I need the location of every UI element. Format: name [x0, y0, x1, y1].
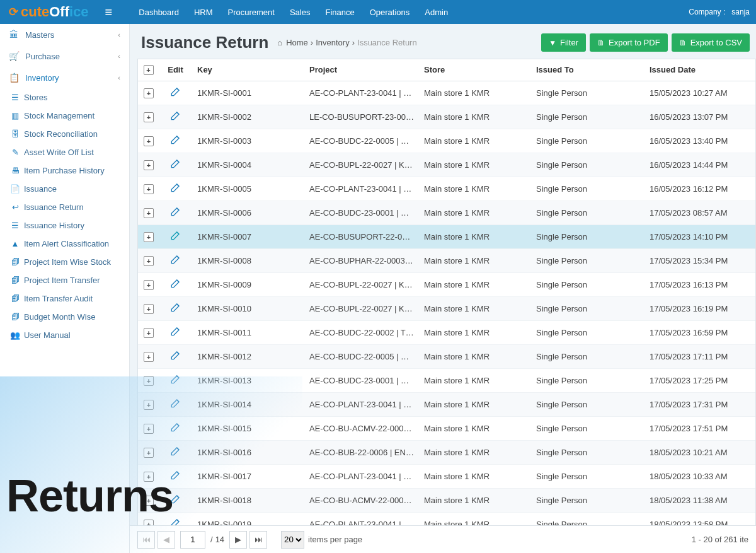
pager-pagesize-select[interactable]: 20 — [281, 531, 304, 549]
table-row[interactable]: +1KMR-SI-0006AE-CO-BUDC-23-0001 | KJM0..… — [138, 201, 755, 225]
filter-button[interactable]: ▼Filter — [541, 33, 586, 52]
row-edit[interactable] — [159, 129, 192, 153]
table-row[interactable]: +1KMR-SI-0017AE-CO-PLANT-23-0041 | RTR..… — [138, 465, 755, 489]
row-expand[interactable]: + — [138, 108, 159, 126]
row-edit[interactable] — [159, 273, 192, 296]
expand-icon[interactable]: + — [144, 184, 154, 194]
table-row[interactable]: +1KMR-SI-0002LE-CO-BUSUPORT-23-0001 ...M… — [138, 105, 755, 129]
edit-icon[interactable] — [169, 351, 182, 364]
expand-icon[interactable]: + — [144, 496, 154, 506]
sidebar-item-stock-management[interactable]: ▥Stock Management — [24, 107, 129, 125]
expand-icon[interactable]: + — [144, 256, 154, 266]
expand-icon[interactable]: + — [144, 472, 154, 482]
row-expand[interactable]: + — [138, 420, 159, 438]
edit-icon[interactable] — [169, 160, 182, 172]
brand-logo[interactable]: ⟳ cuteOffice — [0, 4, 98, 20]
expand-icon[interactable]: + — [144, 112, 154, 122]
row-edit[interactable] — [159, 465, 192, 488]
nav-procurement[interactable]: Procurement — [222, 1, 281, 23]
col-expand[interactable]: + — [138, 59, 159, 81]
table-row[interactable]: +1KMR-SI-0005AE-CO-PLANT-23-0041 | RTR..… — [138, 177, 755, 201]
row-edit[interactable] — [159, 249, 192, 272]
row-expand[interactable]: + — [138, 84, 159, 102]
expand-icon[interactable]: + — [144, 304, 154, 314]
col-store[interactable]: Store — [419, 59, 531, 81]
expand-icon[interactable]: + — [144, 280, 154, 290]
expand-icon[interactable]: + — [144, 208, 154, 218]
edit-icon[interactable] — [169, 447, 182, 460]
sidebar-item-project-item-wise-stock[interactable]: 🗐Project Item Wise Stock — [24, 253, 129, 271]
row-expand[interactable]: + — [138, 276, 159, 294]
expand-icon[interactable]: + — [144, 88, 154, 98]
table-row[interactable]: +1KMR-SI-0012AE-CO-BUDC-22-0005 | PWP0..… — [138, 345, 755, 369]
sidebar-item-stock-reconciliation[interactable]: 🗄Stock Reconciliation — [24, 125, 129, 143]
row-expand[interactable]: + — [138, 252, 159, 270]
sidebar-item-issuance[interactable]: 📄Issuance — [24, 180, 129, 198]
table-row[interactable]: +1KMR-SI-0008AE-CO-BUPHAR-22-0003 | AL..… — [138, 249, 755, 273]
table-row[interactable]: +1KMR-SI-0014AE-CO-PLANT-23-0041 | RTR..… — [138, 393, 755, 417]
sidebar-item-item-alert-classification[interactable]: ▲Item Alert Classification — [24, 235, 129, 253]
row-edit[interactable] — [159, 369, 192, 392]
col-key[interactable]: Key — [192, 59, 304, 81]
table-row[interactable]: +1KMR-SI-0010AE-CO-BUPL-22-0027 | KUR0..… — [138, 297, 755, 321]
table-row[interactable]: +1KMR-SI-0007AE-CO-BUSUPORT-22-0005 ...M… — [138, 225, 755, 249]
edit-icon[interactable] — [169, 303, 182, 316]
row-expand[interactable]: + — [138, 348, 159, 366]
edit-icon[interactable] — [169, 471, 182, 484]
sidebar-item-budget-month-wise[interactable]: 🗐Budget Month Wise — [24, 308, 129, 326]
table-row[interactable]: +1KMR-SI-0001AE-CO-PLANT-23-0041 | RTR..… — [138, 81, 755, 105]
row-expand[interactable]: + — [138, 300, 159, 318]
row-expand[interactable]: + — [138, 444, 159, 462]
expand-icon[interactable]: + — [144, 448, 154, 458]
row-expand[interactable]: + — [138, 492, 159, 509]
edit-icon[interactable] — [169, 183, 182, 196]
expand-icon[interactable]: + — [144, 400, 154, 410]
row-edit[interactable] — [159, 345, 192, 368]
table-row[interactable]: +1KMR-SI-0004AE-CO-BUPL-22-0027 | KUR0..… — [138, 153, 755, 177]
edit-icon[interactable] — [169, 327, 182, 340]
table-row[interactable]: +1KMR-SI-0016AE-CO-BUB-22-0006 | ENV00..… — [138, 441, 755, 465]
expand-icon[interactable]: + — [144, 136, 154, 146]
col-issued-to[interactable]: Issued To — [531, 59, 644, 81]
table-row[interactable]: +1KMR-SI-0018AE-CO-BU-ACMV-22-0001 | R..… — [138, 489, 755, 513]
row-expand[interactable]: + — [138, 324, 159, 342]
breadcrumb-inventory[interactable]: Inventory — [316, 38, 349, 47]
sidebar-group-inventory[interactable]: 📋Inventory‹ — [0, 67, 129, 88]
col-project[interactable]: Project — [304, 59, 419, 81]
export-pdf-button[interactable]: 🗎Export to PDF — [590, 33, 668, 52]
edit-icon[interactable] — [169, 255, 182, 268]
expand-icon[interactable]: + — [144, 376, 154, 386]
nav-dashboard[interactable]: Dashboard — [132, 1, 185, 23]
edit-icon[interactable] — [169, 112, 182, 124]
row-edit[interactable] — [159, 177, 192, 201]
edit-icon[interactable] — [169, 423, 182, 436]
col-edit[interactable]: Edit — [159, 59, 192, 81]
row-expand[interactable]: + — [138, 156, 159, 174]
sidebar-item-issuance-history[interactable]: ☰Issuance History — [24, 216, 129, 235]
row-expand[interactable]: + — [138, 372, 159, 390]
row-edit[interactable] — [159, 81, 192, 105]
sidebar-item-asset-write-off-list[interactable]: ✎Asset Write Off List — [24, 143, 129, 161]
row-edit[interactable] — [159, 441, 192, 464]
row-edit[interactable] — [159, 105, 192, 129]
expand-icon[interactable]: + — [144, 232, 154, 242]
expand-all-icon[interactable]: + — [144, 65, 154, 75]
nav-hrm[interactable]: HRM — [188, 1, 219, 23]
nav-sales[interactable]: Sales — [284, 1, 317, 23]
row-edit[interactable] — [159, 489, 192, 512]
row-expand[interactable]: + — [138, 204, 159, 222]
sidebar-group-purchase[interactable]: 🛒Purchase‹ — [0, 45, 129, 67]
nav-operations[interactable]: Operations — [364, 1, 416, 23]
table-row[interactable]: +1KMR-SI-0003AE-CO-BUDC-22-0005 | PWP0..… — [138, 129, 755, 153]
edit-icon[interactable] — [169, 136, 182, 148]
row-edit[interactable] — [159, 201, 192, 224]
pager-last-button[interactable]: ⏭ — [249, 531, 267, 549]
export-csv-button[interactable]: 🗎Export to CSV — [672, 33, 750, 52]
col-issued-date[interactable]: Issued Date — [644, 59, 750, 81]
row-expand[interactable]: + — [138, 132, 159, 150]
row-edit[interactable] — [159, 153, 192, 177]
sidebar-item-user-manual[interactable]: 👥User Manual — [24, 326, 129, 344]
row-edit[interactable] — [159, 417, 192, 440]
edit-icon[interactable] — [169, 279, 182, 292]
expand-icon[interactable]: + — [144, 352, 154, 362]
